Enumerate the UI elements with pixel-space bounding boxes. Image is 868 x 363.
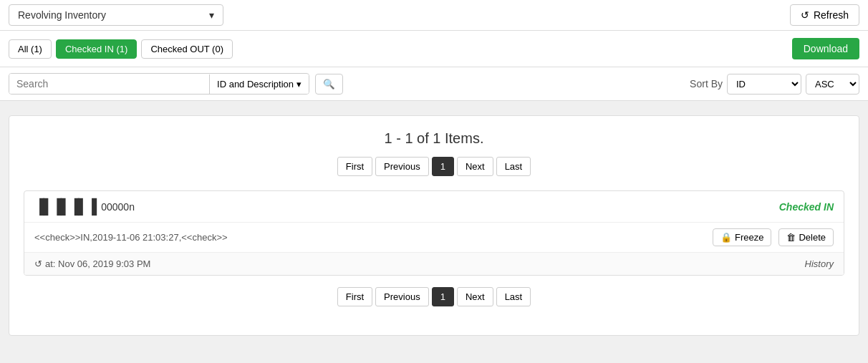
item-actions: 🔒 Freeze 🗑 Delete [713,228,834,246]
item-id: ▐▌▐▌▐▌▐ 00000n [34,198,135,215]
results-summary: 1 - 1 of 1 Items. [24,130,844,147]
item-meta: <<check>>IN,2019-11-06 21:03:27,<<check>… [24,223,844,253]
first-page-button[interactable]: First [337,157,372,176]
chevron-down-icon: ▾ [209,9,214,21]
item-card: ▐▌▐▌▐▌▐ 00000n Checked IN <<check>>IN,20… [24,190,844,276]
search-type-label: ID and Description [217,79,294,89]
item-description: <<check>>IN,2019-11-06 21:03:27,<<check>… [34,232,228,243]
tab-checked-in[interactable]: Checked IN (1) [56,39,137,59]
item-status: Checked IN [779,201,834,213]
tab-all[interactable]: All (1) [9,39,52,59]
pagination-top: First Previous 1 Next Last [24,157,844,176]
current-page-button-bottom[interactable]: 1 [432,287,454,306]
next-page-button[interactable]: Next [457,157,493,176]
previous-page-button-bottom[interactable]: Previous [375,287,429,306]
search-type-dropdown[interactable]: ID and Description ▾ [209,74,309,94]
results-panel: 1 - 1 of 1 Items. First Previous 1 Next … [9,115,859,336]
search-bar: ID and Description ▾ 🔍 Sort By ID Descri… [0,67,868,101]
search-go-button[interactable]: 🔍 [315,74,343,95]
main-content: 1 - 1 of 1 Items. First Previous 1 Next … [0,101,868,350]
current-page-button[interactable]: 1 [432,157,454,176]
search-icon: 🔍 [323,79,335,89]
inventory-dropdown[interactable]: Revolving Inventory ▾ [9,4,223,26]
freeze-label: Freeze [735,232,763,243]
filter-bar: All (1) Checked IN (1) Checked OUT (0) D… [0,31,868,67]
history-link[interactable]: History [805,258,834,269]
refresh-button[interactable]: ↺ Refresh [790,4,859,26]
item-id-value: 00000n [101,201,135,213]
item-header: ▐▌▐▌▐▌▐ 00000n Checked IN [24,191,844,223]
sort-direction-select[interactable]: ASC DESC [806,74,859,95]
pagination-bottom: First Previous 1 Next Last [24,287,844,306]
download-button[interactable]: Download [792,38,859,59]
inventory-label: Revolving Inventory [18,9,106,21]
history-clock-icon: ↺ [34,258,42,269]
item-date-value: at: Nov 06, 2019 9:03 PM [45,258,150,269]
refresh-label: Refresh [814,9,849,21]
delete-label: Delete [799,232,826,243]
freeze-button[interactable]: 🔒 Freeze [713,228,771,246]
chevron-down-icon: ▾ [296,79,302,89]
next-page-button-bottom[interactable]: Next [457,287,493,306]
tab-checked-out[interactable]: Checked OUT (0) [141,39,233,59]
sort-field-select[interactable]: ID Description [727,74,801,95]
lock-icon: 🔒 [720,232,732,243]
tab-group: All (1) Checked IN (1) Checked OUT (0) [9,39,233,59]
last-page-button-bottom[interactable]: Last [496,287,531,306]
delete-button[interactable]: 🗑 Delete [778,228,834,246]
first-page-button-bottom[interactable]: First [337,287,372,306]
last-page-button[interactable]: Last [496,157,531,176]
item-date: ↺ at: Nov 06, 2019 9:03 PM [34,258,150,269]
sort-section: Sort By ID Description ASC DESC [690,74,859,95]
refresh-icon: ↺ [801,9,809,21]
sort-label: Sort By [690,78,723,89]
barcode-icon: ▐▌▐▌▐▌▐ [34,198,95,215]
item-footer: ↺ at: Nov 06, 2019 9:03 PM History [24,253,844,275]
previous-page-button[interactable]: Previous [375,157,429,176]
trash-icon: 🗑 [786,232,796,243]
search-input[interactable] [9,74,209,94]
top-bar: Revolving Inventory ▾ ↺ Refresh [0,0,868,31]
search-input-wrap: ID and Description ▾ [9,73,309,95]
